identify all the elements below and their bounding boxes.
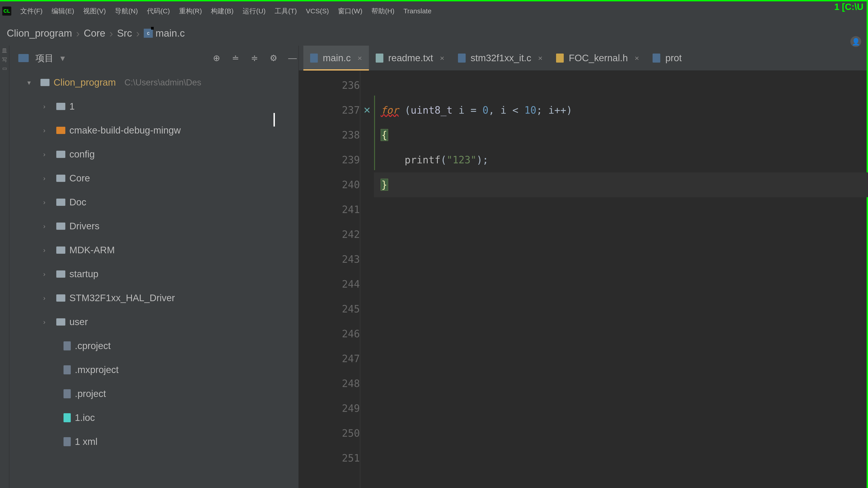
close-icon[interactable]: × <box>440 54 444 63</box>
tree-root[interactable]: ▾ Clion_program C:\Users\admin\Des <box>9 70 299 94</box>
fold-marker[interactable] <box>360 222 374 247</box>
tree-folder[interactable]: ›Core <box>9 166 299 190</box>
fold-marker[interactable] <box>360 123 374 148</box>
fold-marker[interactable] <box>360 446 374 470</box>
rail-icon-1[interactable]: 皿 <box>2 47 7 54</box>
tree-file[interactable]: .project <box>9 382 299 406</box>
menu-file[interactable]: 文件(F) <box>20 6 42 16</box>
tree-folder[interactable]: ›1 <box>9 94 299 119</box>
menu-help[interactable]: 帮助(H) <box>371 6 395 16</box>
folder-icon <box>56 270 65 278</box>
folder-label: STM32F1xx_HAL_Driver <box>69 293 175 303</box>
line-number: 236 <box>299 73 360 98</box>
tab-prot[interactable]: prot <box>646 46 688 70</box>
breadcrumb-core[interactable]: Core <box>84 28 105 39</box>
line-number: 248 <box>299 371 360 396</box>
line-number: 239 <box>299 148 360 172</box>
folder-label: Doc <box>69 197 86 207</box>
tree-folder[interactable]: ›Doc <box>9 190 299 214</box>
editor-area: main.c × readme.txt × stm32f1xx_it.c × F… <box>299 46 868 488</box>
chevron-right-icon: › <box>43 151 52 158</box>
folder-icon <box>56 151 65 158</box>
close-icon[interactable]: × <box>358 54 362 63</box>
line-number: 245 <box>299 297 360 322</box>
tab-readme[interactable]: readme.txt × <box>369 46 451 70</box>
tab-main-c[interactable]: main.c × <box>303 46 369 70</box>
hide-icon[interactable]: — <box>286 52 299 64</box>
tree-file[interactable]: .mxproject <box>9 358 299 382</box>
folder-icon <box>56 175 65 182</box>
tree-folder[interactable]: ›STM32F1xx_HAL_Driver <box>9 286 299 310</box>
close-icon[interactable]: × <box>635 54 639 63</box>
fold-marker[interactable] <box>360 73 374 98</box>
menu-build[interactable]: 构建(B) <box>211 6 234 16</box>
gear-icon[interactable]: ⚙ <box>268 52 280 64</box>
fold-marker[interactable] <box>360 346 374 371</box>
chevron-down-icon: ▾ <box>27 78 36 87</box>
menu-view[interactable]: 视图(V) <box>83 6 106 16</box>
line-number: 242 <box>299 222 360 247</box>
tab-stm32-it[interactable]: stm32f1xx_it.c × <box>451 46 549 70</box>
menu-translate[interactable]: Translate <box>403 7 432 15</box>
project-panel-header: 项目 ▾ ⊕ ≐ ≑ ⚙ — <box>9 46 299 70</box>
dropdown-icon[interactable]: ▾ <box>60 53 65 63</box>
fold-marker[interactable] <box>360 322 374 346</box>
code-line <box>381 272 868 297</box>
close-icon[interactable]: × <box>538 54 542 63</box>
line-number: 244 <box>299 272 360 297</box>
tree-file[interactable]: .cproject <box>9 334 299 358</box>
code-lines[interactable]: for (uint8_t i = 0, i < 10; i++) { print… <box>374 71 868 488</box>
fold-marker[interactable] <box>360 148 374 172</box>
app-logo-icon: CL <box>2 6 11 15</box>
h-file-icon <box>556 54 564 63</box>
chevron-right-icon: › <box>43 198 52 206</box>
fold-marker[interactable] <box>360 371 374 396</box>
line-number: 240 <box>299 172 360 197</box>
fold-marker[interactable] <box>360 297 374 322</box>
rail-icon-2[interactable]: 写 <box>2 57 7 63</box>
expand-all-icon[interactable]: ≐ <box>229 52 242 64</box>
menu-refactor[interactable]: 重构(R) <box>179 6 202 16</box>
fold-marker[interactable]: ✕ <box>360 98 374 123</box>
fold-marker[interactable] <box>360 396 374 421</box>
menu-navigate[interactable]: 导航(N) <box>115 6 138 16</box>
menu-code[interactable]: 代码(C) <box>147 6 170 16</box>
tree-folder[interactable]: ›MDK-ARM <box>9 238 299 262</box>
tree-folder[interactable]: ›cmake-build-debug-mingw <box>9 119 299 142</box>
locate-icon[interactable]: ⊕ <box>211 52 223 64</box>
chevron-right-icon: › <box>136 27 140 39</box>
collapse-all-icon[interactable]: ≑ <box>248 52 260 64</box>
code-line <box>381 297 868 322</box>
menu-vcs[interactable]: VCS(S) <box>306 7 329 15</box>
fold-marker[interactable] <box>360 197 374 222</box>
menu-edit[interactable]: 编辑(E) <box>52 6 74 16</box>
tab-foc-kernal[interactable]: FOC_kernal.h × <box>549 46 646 70</box>
menu-tools[interactable]: 工具(T) <box>275 6 297 16</box>
tree-folder[interactable]: ›startup <box>9 262 299 286</box>
tree-folder[interactable]: ›Drivers <box>9 214 299 238</box>
fold-marker[interactable] <box>360 421 374 446</box>
code-editor[interactable]: 2362372382392402412422432442452462472482… <box>299 71 868 488</box>
menu-run[interactable]: 运行(U) <box>243 6 266 16</box>
tree-file[interactable]: 1.ioc <box>9 406 299 430</box>
menu-window[interactable]: 窗口(W) <box>338 6 362 16</box>
breadcrumb-file[interactable]: main.c <box>156 28 185 39</box>
rail-icon-3[interactable]: ▭ <box>2 66 7 71</box>
project-panel-label[interactable]: 项目 <box>35 52 54 64</box>
tree-folder[interactable]: ›user <box>9 310 299 334</box>
fold-marker[interactable] <box>360 247 374 272</box>
chevron-right-icon: › <box>43 294 52 302</box>
code-line <box>381 197 868 222</box>
tree-file[interactable]: 1 xml <box>9 430 299 454</box>
fold-marker[interactable] <box>360 172 374 197</box>
folder-label: 1 <box>69 101 74 112</box>
breadcrumb-src[interactable]: Src <box>117 28 132 39</box>
breadcrumb-project[interactable]: Clion_program <box>7 28 72 39</box>
line-number: 251 <box>299 446 360 470</box>
title-fragment: 1 [C:\U <box>834 2 864 12</box>
tree-folder[interactable]: ›config <box>9 142 299 166</box>
vcs-change-marker <box>374 96 375 170</box>
fold-marker[interactable] <box>360 272 374 297</box>
file-icon <box>64 365 71 375</box>
avatar-icon[interactable]: 👤 <box>850 36 861 47</box>
